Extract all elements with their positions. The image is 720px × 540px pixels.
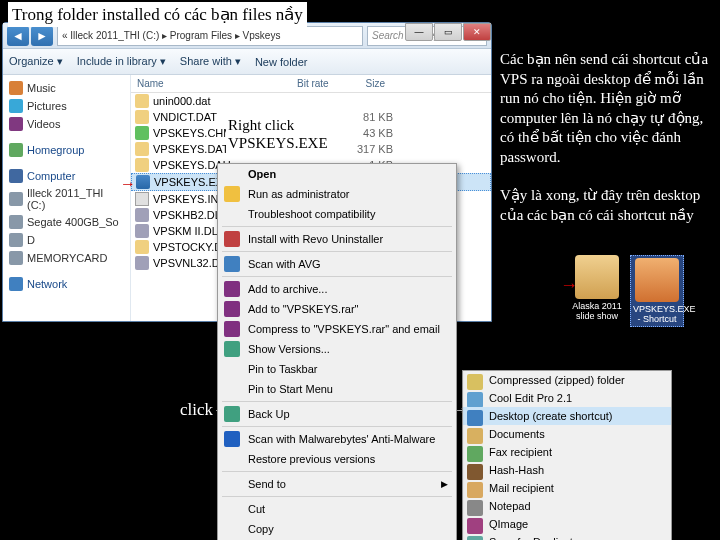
backup-icon — [224, 406, 240, 422]
sendto-label: Hash-Hash — [489, 464, 544, 476]
toolbar-organize[interactable]: Organize ▾ — [9, 55, 63, 68]
shortcut-icon — [635, 258, 679, 302]
toolbar-share[interactable]: Share with ▾ — [180, 55, 241, 68]
arrow-red-icon: → — [560, 275, 578, 296]
sendto-item[interactable]: Desktop (create shortcut) — [463, 407, 671, 425]
sidebar-videos[interactable]: Videos — [5, 115, 128, 133]
desktop-icon-vpskeys-shortcut[interactable]: VPSKEYS.EXE - Shortcut — [630, 255, 684, 327]
sendto-icon — [467, 500, 483, 516]
drive-icon — [9, 215, 23, 229]
sidebar-music[interactable]: Music — [5, 79, 128, 97]
sendto-icon — [467, 446, 483, 462]
toolbar-include[interactable]: Include in library ▾ — [77, 55, 166, 68]
menu-item[interactable]: Restore previous versions — [218, 449, 456, 469]
sidebar-drive-d[interactable]: D — [5, 231, 128, 249]
menu-item-label: Add to archive... — [248, 283, 328, 295]
sendto-item[interactable]: Compressed (zipped) folder — [463, 371, 671, 389]
menu-item[interactable]: Add to "VPSKEYS.rar" — [218, 299, 456, 319]
nav-forward-button[interactable]: ► — [31, 26, 53, 46]
menu-item[interactable]: Add to archive... — [218, 279, 456, 299]
menu-item-label: Copy — [248, 523, 274, 535]
menu-item-label: Scan with AVG — [248, 258, 321, 270]
sendto-item[interactable]: Hash-Hash — [463, 461, 671, 479]
drive-icon — [9, 192, 23, 206]
sidebar-drive-c[interactable]: Illeck 2011_THI (C:) — [5, 185, 128, 213]
menu-item[interactable]: Pin to Taskbar — [218, 359, 456, 379]
file-icon — [135, 208, 149, 222]
desktop-icon-alaska[interactable]: Alaska 2011 slide show — [570, 255, 624, 327]
menu-item-label: Restore previous versions — [248, 453, 375, 465]
minimize-button[interactable]: — — [405, 23, 433, 41]
menu-item[interactable]: Show Versions... — [218, 339, 456, 359]
menu-item[interactable]: Back Up — [218, 404, 456, 424]
computer-icon — [9, 169, 23, 183]
menu-item-label: Pin to Taskbar — [248, 363, 318, 375]
sidebar-drive-segate[interactable]: Segate 400GB_So — [5, 213, 128, 231]
menu-item[interactable]: Run as administrator — [218, 184, 456, 204]
sidebar-memorycard[interactable]: MEMORYCARD — [5, 249, 128, 267]
file-icon — [135, 192, 149, 206]
breadcrumb[interactable]: « Illeck 2011_THI (C:) ▸ Program Files ▸… — [57, 26, 363, 46]
file-icon — [135, 94, 149, 108]
menu-item[interactable]: Open — [218, 164, 456, 184]
sendto-label: Notepad — [489, 500, 531, 512]
sendto-label: Cool Edit Pro 2.1 — [489, 392, 572, 404]
menu-item-label: Send to — [248, 478, 286, 490]
sendto-item[interactable]: QImage — [463, 515, 671, 533]
menu-item-label: Add to "VPSKEYS.rar" — [248, 303, 359, 315]
file-icon — [136, 175, 150, 189]
sendto-icon — [467, 536, 483, 540]
menu-item[interactable]: Copy — [218, 519, 456, 539]
sendto-label: Scan for Duplicates — [489, 536, 584, 540]
rar-icon — [224, 321, 240, 337]
sidebar-homegroup[interactable]: Homegroup — [5, 141, 128, 159]
sendto-item[interactable]: Fax recipient — [463, 443, 671, 461]
sendto-icon — [467, 392, 483, 408]
menu-item[interactable]: Cut — [218, 499, 456, 519]
sendto-item[interactable]: Scan for Duplicates — [463, 533, 671, 540]
menu-item[interactable]: Pin to Start Menu — [218, 379, 456, 399]
sidebar-pictures[interactable]: Pictures — [5, 97, 128, 115]
menu-item[interactable]: Compress to "VPSKEYS.rar" and email — [218, 319, 456, 339]
arrow-red-icon: → — [120, 175, 136, 193]
menu-item-label: Back Up — [248, 408, 290, 420]
sendto-label: QImage — [489, 518, 528, 530]
sendto-icon — [467, 464, 483, 480]
sendto-item[interactable]: Documents — [463, 425, 671, 443]
shield-icon — [224, 186, 240, 202]
instruction-paragraph-2: Vậy là xong, từ đây trên desktop của các… — [500, 186, 710, 225]
menu-item[interactable]: Troubleshoot compatibility — [218, 204, 456, 224]
file-icon — [135, 110, 149, 124]
videos-icon — [9, 117, 23, 131]
menu-item-label: Cut — [248, 503, 265, 515]
sendto-label: Compressed (zipped) folder — [489, 374, 625, 386]
menu-item-label: Show Versions... — [248, 343, 330, 355]
sidebar-computer[interactable]: Computer — [5, 167, 128, 185]
sendto-item[interactable]: Mail recipient — [463, 479, 671, 497]
menu-item[interactable]: Install with Revo Uninstaller — [218, 229, 456, 249]
nav-back-button[interactable]: ◄ — [7, 26, 29, 46]
toolbar-newfolder[interactable]: New folder — [255, 56, 308, 68]
submenu-arrow-icon: ▶ — [441, 479, 448, 489]
sidebar-network[interactable]: Network — [5, 275, 128, 293]
sendto-label: Documents — [489, 428, 545, 440]
maximize-button[interactable]: ▭ — [434, 23, 462, 41]
close-button[interactable]: ✕ — [463, 23, 491, 41]
sendto-item[interactable]: Notepad — [463, 497, 671, 515]
menu-item[interactable]: Scan with Malwarebytes' Anti-Malware — [218, 429, 456, 449]
sendto-label: Mail recipient — [489, 482, 554, 494]
file-icon — [135, 240, 149, 254]
column-header[interactable]: Name Bit rate Size — [131, 75, 491, 93]
menu-item[interactable]: Scan with AVG — [218, 254, 456, 274]
menu-item[interactable]: Send to▶ — [218, 474, 456, 494]
rar-icon — [224, 281, 240, 297]
sendto-icon — [467, 374, 483, 390]
file-icon — [135, 126, 149, 140]
drive-icon — [9, 233, 23, 247]
sendto-label: Desktop (create shortcut) — [489, 410, 613, 422]
file-size: 317 KB — [343, 143, 393, 155]
sendto-icon — [467, 482, 483, 498]
sendto-item[interactable]: Cool Edit Pro 2.1 — [463, 389, 671, 407]
file-name: unin000.dat — [153, 95, 293, 107]
file-row[interactable]: unin000.dat — [131, 93, 491, 109]
